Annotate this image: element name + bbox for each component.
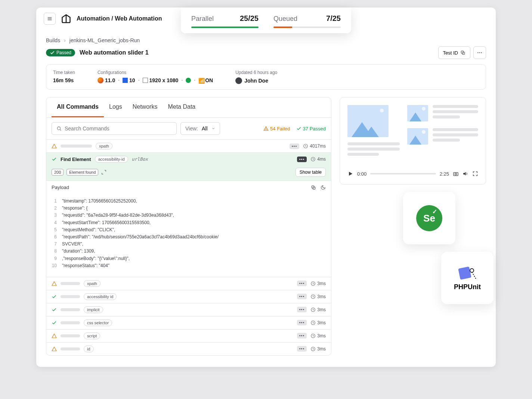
clock-icon — [303, 143, 308, 149]
tab-logs[interactable]: Logs — [104, 98, 127, 117]
session-name: Web automation slider 1 — [80, 49, 149, 56]
svg-point-5 — [477, 52, 478, 53]
result-bar: 200 Element found Show table — [46, 166, 331, 180]
app-logo — [61, 13, 71, 24]
time-taken-label: Time taken — [53, 70, 75, 75]
check-icon — [52, 294, 57, 299]
clock-icon — [310, 294, 316, 299]
clock-icon — [310, 281, 316, 286]
warning-icon — [52, 333, 57, 338]
parallel-value: 25/25 — [240, 14, 259, 23]
command-row[interactable]: implicit •••3ms — [46, 303, 331, 316]
search-input[interactable] — [52, 122, 177, 135]
resolution-icon — [143, 78, 148, 83]
copy-icon — [460, 50, 466, 55]
more-button[interactable] — [473, 46, 486, 59]
row-more-button[interactable]: ••• — [297, 320, 307, 325]
browser-icon — [98, 77, 103, 83]
payload-code: 1"timestamp": 170566560162525200­0, 2 "r… — [46, 194, 331, 277]
warning-icon — [52, 281, 57, 286]
payload-header: Payload — [46, 180, 331, 194]
stats-overlay: Parallel 25/25 Queued 7/25 — [181, 7, 351, 33]
locator-tag: id — [84, 346, 94, 352]
command-row[interactable]: accessibility id •••3ms — [46, 290, 331, 303]
passed-count: 37 Passed — [296, 126, 326, 132]
command-row[interactable]: xpath •••3ms — [46, 277, 331, 290]
breadcrumb: Builds › jenkins-ML_Generic_jobs-Run — [36, 37, 496, 43]
queued-value: 7/25 — [326, 14, 341, 23]
row-more-button[interactable]: ••• — [297, 157, 307, 162]
image-placeholder — [407, 128, 428, 145]
locator-tag: css selector — [84, 319, 112, 326]
breadcrumb-root[interactable]: Builds — [46, 37, 60, 43]
video-progress[interactable] — [370, 173, 436, 174]
breadcrumb-current: jenkins-ML_Generic_jobs-Run — [69, 37, 140, 43]
user-name: John Doe — [244, 78, 268, 84]
locator-tag: script — [84, 332, 100, 339]
check-icon — [52, 307, 57, 312]
locator-tag: xpath — [84, 280, 100, 287]
tab-meta-data[interactable]: Meta Data — [163, 98, 201, 117]
row-more-button[interactable]: ••• — [297, 281, 307, 286]
svg-rect-23 — [454, 173, 458, 176]
command-row[interactable]: xpath ••• 4017ms — [46, 139, 331, 152]
show-table-button[interactable]: Show table — [296, 168, 326, 177]
app-title: Automation / Web Automation — [77, 15, 162, 22]
svg-point-11 — [266, 129, 266, 130]
status-dot-icon — [186, 78, 191, 83]
command-row-expanded[interactable]: Find Element accessibility-id urlBox •••… — [46, 152, 331, 166]
result-text: Element found — [66, 169, 98, 176]
camera-icon[interactable] — [453, 171, 459, 177]
svg-point-8 — [57, 127, 60, 130]
command-name: Find Element — [61, 157, 91, 162]
phpunit-logo-card: PHPUnit — [441, 252, 494, 304]
image-placeholder — [347, 105, 389, 137]
test-id-button[interactable]: Test ID — [438, 46, 470, 59]
row-more-button[interactable]: ••• — [297, 294, 307, 299]
configurations-label: Configurations — [98, 70, 213, 75]
row-more-button[interactable]: ••• — [290, 143, 300, 149]
tab-networks[interactable]: Networks — [127, 98, 163, 117]
svg-point-7 — [481, 52, 482, 53]
image-placeholder — [407, 105, 428, 121]
video-current-time: 0:00 — [357, 171, 366, 177]
chevron-right-icon: › — [64, 37, 66, 43]
row-more-button[interactable]: ••• — [297, 307, 307, 312]
clock-icon — [310, 346, 316, 352]
clock-icon — [310, 307, 316, 312]
command-row[interactable]: css selector •••3ms — [46, 316, 331, 329]
selenium-logo-card: ✓ Se — [403, 192, 455, 244]
locator-tag: xpath — [96, 143, 112, 149]
locator-value: urlBox — [132, 157, 148, 162]
svg-point-6 — [479, 52, 480, 53]
copy-icon[interactable] — [311, 185, 316, 190]
locator-tag: accessibility id — [84, 293, 117, 300]
svg-line-9 — [60, 130, 61, 131]
command-row[interactable]: script •••3ms — [46, 329, 331, 342]
menu-button[interactable] — [44, 13, 56, 25]
view-select[interactable]: View: All — [180, 122, 220, 135]
avatar — [235, 77, 242, 84]
warning-icon — [52, 346, 57, 352]
row-more-button[interactable]: ••• — [297, 333, 307, 338]
volume-icon[interactable] — [463, 171, 468, 177]
status-code: 200 — [52, 169, 64, 176]
search-icon — [56, 126, 62, 131]
check-icon — [52, 320, 57, 325]
theme-icon[interactable] — [321, 185, 326, 190]
video-preview: 0:00 2:25 — [340, 97, 486, 185]
expand-icon[interactable] — [101, 170, 106, 175]
fullscreen-icon[interactable] — [472, 171, 478, 177]
time-taken-value: 16m 59s — [53, 77, 75, 83]
row-more-button[interactable]: ••• — [297, 346, 307, 352]
command-row[interactable]: id •••3ms — [46, 342, 331, 355]
tab-all-commands[interactable]: All Commands — [52, 98, 104, 117]
failed-count: 54 Failed — [263, 126, 290, 132]
locator-tag: accessibility-id — [95, 156, 128, 163]
network-icon: 📶 — [198, 78, 204, 83]
clock-icon — [310, 320, 316, 325]
svg-marker-22 — [349, 172, 352, 176]
warning-icon — [52, 143, 57, 149]
play-button[interactable] — [347, 171, 353, 177]
check-icon — [52, 157, 57, 162]
